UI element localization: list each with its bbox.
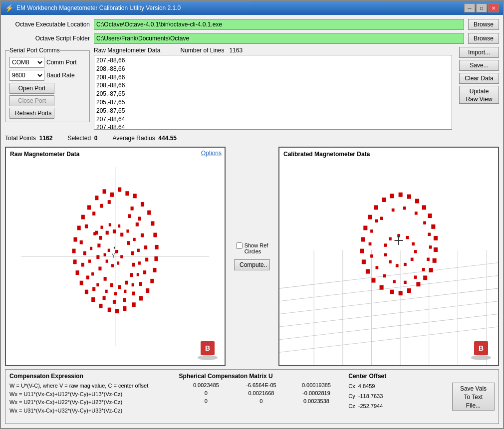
svg-rect-79 — [132, 283, 134, 286]
svg-rect-62 — [118, 285, 121, 289]
comm-port-select[interactable]: COM8 COM1 COM2 — [9, 57, 44, 68]
svg-rect-64 — [130, 273, 133, 277]
options-button[interactable]: Options — [201, 150, 222, 157]
close-button[interactable]: ✕ — [488, 3, 499, 12]
svg-rect-77 — [114, 292, 117, 295]
compensation-title: Compensaton Expression — [9, 373, 174, 380]
svg-rect-165 — [389, 260, 392, 263]
maximize-button[interactable]: □ — [476, 3, 487, 12]
svg-rect-65 — [132, 263, 135, 267]
matrix-cell: -0.0002819 — [289, 390, 344, 397]
svg-rect-154 — [369, 242, 372, 245]
svg-rect-7 — [95, 196, 98, 200]
avg-radius-label: Average Radius 444.55 — [112, 135, 177, 142]
raw-data-header: Raw Magnetometer Data Number of Lines 11… — [94, 47, 452, 54]
svg-rect-11 — [81, 215, 85, 219]
svg-rect-25 — [85, 290, 88, 294]
total-points-label: Total Points 1162 — [5, 135, 52, 142]
raw-data-line: 205,-87,65 — [96, 107, 450, 115]
app-icon: ⚡ — [5, 4, 13, 12]
svg-rect-163 — [404, 263, 407, 266]
svg-rect-89 — [108, 249, 110, 252]
close-port-button[interactable]: Close Port — [9, 95, 54, 106]
svg-rect-122 — [363, 225, 367, 230]
octave-script-input[interactable] — [94, 33, 464, 44]
svg-rect-5 — [118, 188, 121, 192]
svg-rect-152 — [375, 266, 378, 269]
compensation-box: Compensaton Expression W = U*(V-C), wher… — [9, 373, 174, 421]
update-raw-view-button[interactable]: UpdateRaw View — [459, 86, 499, 104]
svg-rect-139 — [380, 216, 383, 219]
svg-rect-30 — [132, 302, 136, 307]
svg-rect-67 — [127, 241, 130, 245]
right-plot-title: Calibrated Magnetometer Data — [283, 151, 370, 158]
import-button[interactable]: Import... — [459, 47, 499, 58]
svg-rect-160 — [412, 242, 415, 245]
svg-rect-49 — [139, 282, 142, 286]
svg-rect-81 — [138, 261, 141, 264]
svg-rect-147 — [422, 268, 425, 271]
svg-rect-145 — [429, 245, 432, 248]
refresh-ports-button[interactable]: Refresh Ports — [9, 108, 54, 119]
center-offset-box: Center Offset Cx 4.8459 Cy -118.7633 Cz … — [348, 373, 447, 421]
svg-rect-144 — [428, 233, 431, 236]
svg-rect-85 — [118, 224, 120, 227]
save-button[interactable]: Save... — [459, 60, 499, 71]
cx-label: Cx — [348, 383, 355, 389]
compute-button[interactable]: Compute.. — [234, 259, 270, 270]
svg-rect-24 — [150, 279, 154, 283]
svg-rect-61 — [110, 283, 113, 287]
open-port-button[interactable]: Open Port — [9, 83, 54, 94]
svg-rect-96 — [114, 247, 115, 249]
left-plot-title: Raw Magnetometer Data — [10, 151, 79, 158]
browse-exe-button[interactable]: Browse — [468, 19, 499, 30]
svg-rect-116 — [407, 195, 411, 199]
svg-text:Y: Y — [112, 252, 115, 258]
matrix-cell: 0.0023485 — [179, 382, 234, 389]
svg-rect-50 — [143, 270, 146, 274]
svg-rect-23 — [80, 281, 83, 285]
svg-rect-73 — [88, 259, 91, 262]
svg-rect-119 — [422, 205, 426, 210]
svg-rect-162 — [411, 258, 414, 261]
svg-rect-60 — [104, 277, 107, 281]
cz-label: Cz — [348, 403, 355, 409]
svg-rect-140 — [392, 209, 395, 212]
baud-rate-select[interactable]: 9600 19200 38400 — [9, 70, 44, 81]
b-icon-left: B — [201, 341, 215, 355]
svg-rect-54 — [136, 222, 139, 226]
svg-rect-15 — [73, 237, 77, 242]
svg-rect-161 — [414, 250, 417, 253]
svg-rect-150 — [393, 280, 396, 283]
svg-rect-124 — [361, 237, 365, 242]
octave-exe-input[interactable] — [94, 19, 464, 30]
stats-row: Total Points 1162 Selected 0 Average Rad… — [5, 133, 499, 144]
raw-plot-svg: Y — [6, 148, 225, 365]
svg-rect-70 — [106, 231, 109, 235]
svg-rect-164 — [396, 264, 399, 267]
svg-rect-128 — [362, 259, 366, 264]
cx-value: 4.8459 — [358, 383, 375, 389]
save-vals-button[interactable]: Save ValsTo TextFile... — [452, 383, 495, 411]
svg-rect-29 — [99, 304, 102, 308]
svg-rect-127 — [434, 247, 438, 252]
matrix-cell: 0 — [179, 390, 234, 397]
svg-rect-151 — [383, 274, 386, 277]
svg-rect-121 — [428, 214, 432, 218]
right-buttons: Import... Save... Clear Data UpdateRaw V… — [459, 47, 499, 104]
svg-rect-78 — [124, 290, 126, 293]
comp-expression-line: W = U*(V-C), where V = raw mag value, C … — [9, 382, 174, 390]
octave-exe-label: Octave Executable Location — [5, 21, 90, 28]
svg-rect-71 — [99, 236, 102, 240]
minimize-button[interactable]: ─ — [464, 3, 475, 12]
raw-data-box[interactable]: 207,-88,66208,-88,66208,-88,66208,-88,66… — [94, 55, 452, 130]
raw-data-label: Raw Magnetometer Data — [94, 47, 160, 54]
clear-data-button[interactable]: Clear Data — [459, 73, 499, 84]
serial-fieldset: Serial Port Comms COM8 COM1 COM2 Comm Po… — [5, 47, 90, 122]
svg-rect-97 — [117, 250, 118, 252]
svg-rect-59 — [98, 267, 101, 271]
show-ref-circles-checkbox[interactable] — [236, 242, 243, 249]
title-bar-left: ⚡ EM Workbench Magnetometer Calibration … — [5, 4, 181, 12]
serial-legend: Serial Port Comms — [9, 47, 60, 54]
browse-script-button[interactable]: Browse — [468, 33, 499, 44]
